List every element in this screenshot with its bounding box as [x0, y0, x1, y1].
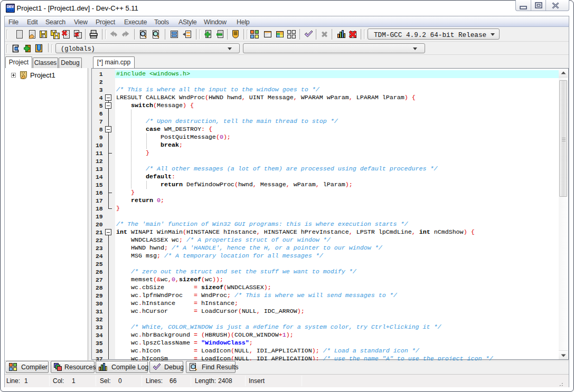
svg-text:C++: C++ [7, 8, 13, 12]
